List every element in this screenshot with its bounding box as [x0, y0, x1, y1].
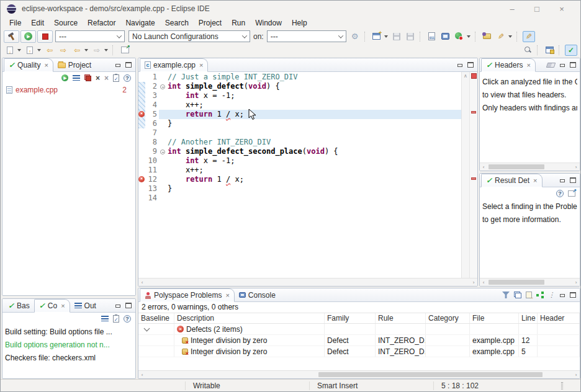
- run-analysis-button[interactable]: [20, 30, 36, 43]
- code-line-14[interactable]: 14: [138, 194, 461, 203]
- code-line-9[interactable]: 9int simple_defect_second_place(void) {: [138, 147, 461, 156]
- collapse-icon[interactable]: [160, 84, 165, 89]
- maximize-view-button[interactable]: [570, 177, 576, 183]
- generate-build-options-button[interactable]: [426, 31, 438, 42]
- tab-quality[interactable]: Quality ×: [4, 58, 53, 72]
- editor-vertical-scrollbar[interactable]: ∧: [461, 72, 469, 278]
- filter-icon[interactable]: [502, 292, 510, 298]
- code-line-11[interactable]: 11 x++;: [138, 166, 461, 175]
- last-edit-location-button[interactable]: ⇦: [43, 45, 56, 56]
- menu-refactor[interactable]: Refactor: [83, 17, 120, 29]
- code-line-5[interactable]: 5 return 1 / x;: [138, 110, 461, 119]
- menu-run[interactable]: Run: [227, 17, 250, 29]
- help-icon[interactable]: [124, 74, 131, 82]
- new-wizard-dropdown[interactable]: [384, 35, 388, 38]
- tab-polyspace-problems[interactable]: Polyspace Problems ×: [140, 288, 235, 302]
- code-line-6[interactable]: 6}: [138, 119, 461, 128]
- clear-icon[interactable]: [546, 63, 556, 68]
- tab-baseline[interactable]: Bas: [4, 299, 34, 312]
- code-line-1[interactable]: 1// Just a simple INT_ZERO_DIV: [138, 73, 461, 82]
- result-horizontal-scrollbar[interactable]: ‹ ›: [480, 278, 580, 286]
- close-tab-icon[interactable]: ×: [225, 292, 229, 299]
- scroll-right-icon[interactable]: ›: [572, 163, 580, 171]
- maximize-button[interactable]: □: [525, 4, 549, 14]
- minimize-view-button[interactable]: [559, 177, 565, 183]
- import-results-icon[interactable]: [526, 292, 532, 298]
- close-tab-icon[interactable]: ×: [533, 177, 537, 184]
- overview-ruler[interactable]: [469, 72, 477, 278]
- profile-combo[interactable]: ---: [55, 30, 125, 42]
- error-marker[interactable]: [471, 111, 476, 114]
- menu-file[interactable]: File: [4, 17, 26, 29]
- close-tab-icon[interactable]: ×: [61, 302, 65, 310]
- minimize-view-button[interactable]: [559, 62, 565, 68]
- column-header-header[interactable]: Header: [538, 313, 580, 323]
- help-icon[interactable]: [556, 190, 564, 197]
- help-icon[interactable]: [124, 315, 131, 323]
- code-line-2[interactable]: 2int simple_defect(void) {: [138, 82, 461, 91]
- problems-group-row[interactable]: Defects (2 items): [138, 324, 580, 335]
- back-button[interactable]: ⇦: [71, 45, 83, 56]
- open-console-button[interactable]: [439, 31, 452, 42]
- launch-configuration-combo[interactable]: No Launch Configurations: [128, 30, 250, 42]
- delete-all-icon[interactable]: ×: [104, 74, 109, 82]
- column-header-rule[interactable]: Rule: [376, 313, 426, 323]
- code-area[interactable]: 1// Just a simple INT_ZERO_DIV2int simpl…: [138, 72, 461, 278]
- run-external-dropdown[interactable]: [467, 35, 471, 38]
- menu-source[interactable]: Source: [49, 17, 83, 29]
- next-annotation-dropdown[interactable]: [17, 49, 21, 51]
- column-header-description[interactable]: Description: [174, 313, 325, 323]
- problems-item-row[interactable]: Integer division by zeroDefectINT_ZERO_D…: [138, 335, 580, 346]
- scroll-right-icon[interactable]: ›: [572, 371, 580, 379]
- target-combo[interactable]: ---: [267, 30, 346, 42]
- column-header-file[interactable]: File: [470, 313, 519, 323]
- tab-console-view[interactable]: Console: [235, 288, 280, 301]
- scroll-lock-icon[interactable]: [101, 316, 109, 321]
- code-line-10[interactable]: 10 int x = -1;: [138, 156, 461, 166]
- scroll-left-icon[interactable]: ‹: [480, 278, 487, 287]
- code-line-4[interactable]: 4 x++;: [138, 100, 461, 110]
- tab-result-details[interactable]: Result Det ×: [481, 174, 543, 187]
- new-wizard-button[interactable]: [371, 31, 383, 42]
- pin-view-icon[interactable]: [568, 190, 575, 197]
- tab-headers[interactable]: Headers ×: [481, 58, 536, 72]
- quality-file-row[interactable]: example.cpp2: [2, 84, 135, 94]
- open-perspective-button[interactable]: [543, 45, 556, 56]
- previous-annotation-dropdown[interactable]: [37, 49, 41, 51]
- tab-outline[interactable]: Out: [70, 299, 101, 312]
- code-line-13[interactable]: 13}: [138, 184, 461, 194]
- code-line-3[interactable]: 3 int x = -1;: [138, 91, 461, 100]
- scroll-left-icon[interactable]: ‹: [480, 163, 487, 171]
- column-header-line[interactable]: Line: [519, 313, 538, 323]
- scroll-right-icon[interactable]: ›: [572, 278, 580, 287]
- minimize-view-button[interactable]: [559, 292, 565, 298]
- maximize-view-button[interactable]: [125, 303, 132, 308]
- load-results-button[interactable]: [481, 31, 493, 42]
- report-icon[interactable]: [113, 315, 119, 323]
- previous-annotation-button[interactable]: [24, 45, 36, 56]
- minimize-button[interactable]: –: [500, 4, 525, 14]
- search-button[interactable]: [521, 45, 534, 56]
- tab-example-cpp[interactable]: example.cpp ×: [140, 58, 208, 72]
- close-button[interactable]: ×: [549, 4, 574, 14]
- maximize-view-button[interactable]: [570, 292, 576, 298]
- forward-button[interactable]: ⇨: [91, 45, 103, 56]
- chevron-down-icon[interactable]: [144, 325, 150, 331]
- code-line-7[interactable]: 7: [138, 128, 461, 138]
- scrollbar-thumb[interactable]: [489, 280, 544, 285]
- code-line-12[interactable]: 12 return 1 / x;: [138, 175, 461, 184]
- annotate-button[interactable]: ✎: [495, 31, 507, 42]
- back-dropdown[interactable]: [84, 49, 88, 51]
- scroll-right-icon[interactable]: ›: [470, 278, 477, 287]
- scrollbar-thumb[interactable]: [489, 164, 544, 169]
- scroll-left-icon[interactable]: ‹: [138, 278, 146, 287]
- menu-search[interactable]: Search: [160, 17, 194, 29]
- highlight-findings-toggle[interactable]: ✎: [523, 31, 535, 42]
- maximize-view-button[interactable]: [125, 62, 132, 68]
- copy-view-icon[interactable]: [514, 292, 521, 298]
- menu-edit[interactable]: Edit: [26, 17, 49, 29]
- minimize-view-button[interactable]: [457, 62, 463, 68]
- close-tab-icon[interactable]: ×: [526, 61, 530, 69]
- delete-icon[interactable]: ×: [96, 74, 100, 82]
- annotate-dropdown[interactable]: [508, 35, 512, 38]
